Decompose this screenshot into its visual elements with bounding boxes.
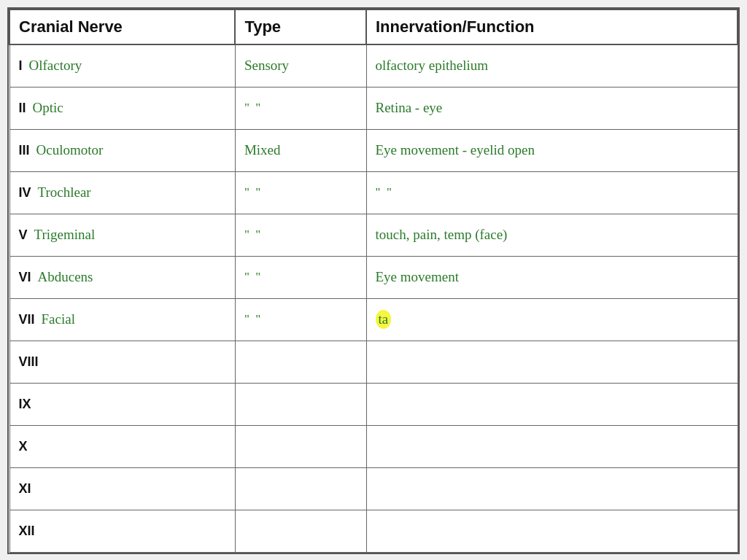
nerve-name-IV: IV Trochlear (9, 171, 235, 214)
type-V: " " (235, 214, 366, 256)
type-XII (235, 510, 366, 552)
table-row: VIII (9, 341, 738, 383)
table-row: V Trigeminal " " touch, pain, temp (face… (9, 214, 738, 256)
type-III: Mixed (235, 129, 366, 171)
table-row: VII Facial " " ta (9, 298, 738, 341)
nerve-name-V: V Trigeminal (9, 214, 235, 256)
function-XI (366, 467, 738, 510)
nerve-name-III: III Oculomotor (9, 129, 235, 171)
table-row: XI (9, 467, 738, 510)
nerve-name-X: X (9, 425, 235, 467)
table-row: XII (9, 510, 738, 552)
type-VIII (235, 341, 366, 383)
function-IX (366, 383, 738, 425)
function-X (366, 425, 738, 467)
table-header-row: Cranial Nerve Type Innervation/Function (9, 9, 738, 44)
function-III: Eye movement - eyelid open (366, 129, 738, 171)
table-row: X (9, 425, 738, 467)
table-row: VI Abducens " " Eye movement (9, 256, 738, 298)
function-I: olfactory epithelium (366, 44, 738, 87)
nerve-name-VI: VI Abducens (9, 256, 235, 298)
function-VIII (366, 341, 738, 383)
nerve-name-IX: IX (9, 383, 235, 425)
table-row: I Olfactory Sensory olfactory epithelium (9, 44, 738, 87)
type-VI: " " (235, 256, 366, 298)
type-VII: " " (235, 298, 366, 341)
header-type: Type (235, 9, 366, 44)
nerve-name-II: II Optic (9, 87, 235, 129)
type-II: " " (235, 87, 366, 129)
cranial-nerves-table: Cranial Nerve Type Innervation/Function … (7, 7, 740, 554)
type-IX (235, 383, 366, 425)
nerve-name-VII: VII Facial (9, 298, 235, 341)
table-row: II Optic " " Retina - eye (9, 87, 738, 129)
table-row: IV Trochlear " " " " (9, 171, 738, 214)
type-I: Sensory (235, 44, 366, 87)
function-VI: Eye movement (366, 256, 738, 298)
nerve-name-I: I Olfactory (9, 44, 235, 87)
header-innervation: Innervation/Function (366, 9, 738, 44)
type-X (235, 425, 366, 467)
type-IV: " " (235, 171, 366, 214)
function-XII (366, 510, 738, 552)
function-IV: " " (366, 171, 738, 214)
nerve-name-VIII: VIII (9, 341, 235, 383)
function-II: Retina - eye (366, 87, 738, 129)
header-cranial-nerve: Cranial Nerve (9, 9, 235, 44)
nerve-name-XII: XII (9, 510, 235, 552)
nerve-name-XI: XI (9, 467, 235, 510)
function-VII: ta (366, 298, 738, 341)
table-row: III Oculomotor Mixed Eye movement - eyel… (9, 129, 738, 171)
type-XI (235, 467, 366, 510)
table-row: IX (9, 383, 738, 425)
function-V: touch, pain, temp (face) (366, 214, 738, 256)
